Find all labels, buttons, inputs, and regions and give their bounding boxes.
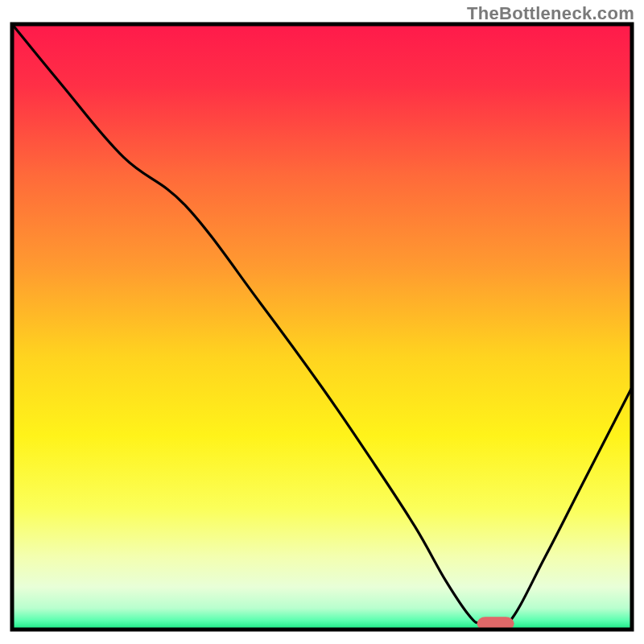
watermark-label: TheBottleneck.com [467,3,634,24]
plot-background [12,24,632,630]
bottleneck-chart [0,0,644,644]
